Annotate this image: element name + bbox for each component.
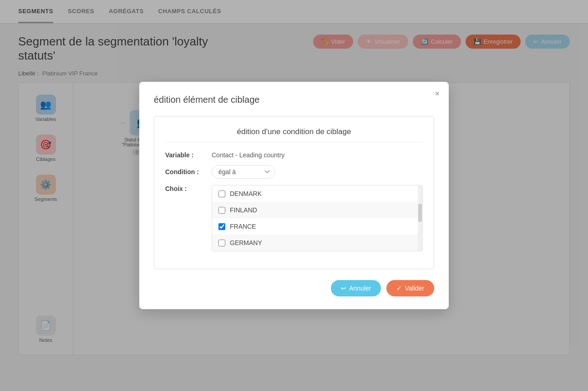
choice-label-france[interactable]: FRANCE [230, 223, 256, 230]
modal-title: édition élément de ciblage [154, 95, 434, 105]
modal: édition élément de ciblage × édition d'u… [139, 82, 449, 309]
variable-label: Variable : [165, 151, 206, 159]
choice-label-finland[interactable]: FINLAND [230, 206, 257, 214]
choix-label: Choix : [165, 185, 206, 192]
checkbox-finland[interactable] [218, 207, 225, 214]
choices-container[interactable]: DENMARK FINLAND FRANCE GERMANY [212, 185, 423, 251]
condition-label: Condition : [165, 168, 206, 175]
modal-inner: édition d'une condition de ciblage Varia… [154, 116, 434, 269]
variable-value: Contact - Leading country [212, 151, 284, 159]
checkbox-germany[interactable] [218, 240, 225, 246]
check-icon-modal: ✓ [396, 285, 402, 292]
choice-finland[interactable]: FINLAND [212, 202, 422, 218]
undo-icon-modal: ↩ [341, 285, 346, 292]
choice-label-germany[interactable]: GERMANY [230, 239, 262, 246]
modal-overlay[interactable]: édition élément de ciblage × édition d'u… [0, 0, 588, 391]
choix-row: Choix : DENMARK FINLAND FRAN [165, 185, 423, 251]
scrollbar-track [418, 185, 422, 251]
modal-annuler-button[interactable]: ↩ Annuler [331, 280, 381, 296]
variable-row: Variable : Contact - Leading country [165, 151, 423, 159]
checkbox-france[interactable] [218, 223, 225, 230]
choice-label-denmark[interactable]: DENMARK [230, 190, 262, 197]
choices-wrapper: DENMARK FINLAND FRANCE GERMANY [212, 185, 423, 251]
choice-germany[interactable]: GERMANY [212, 235, 422, 251]
condition-select[interactable]: égal à différent de contient ne contient… [212, 165, 275, 179]
modal-footer: ↩ Annuler ✓ Valider [154, 280, 434, 296]
modal-valider-button[interactable]: ✓ Valider [386, 280, 434, 296]
checkbox-denmark[interactable] [218, 190, 225, 197]
choice-denmark[interactable]: DENMARK [212, 185, 422, 202]
condition-row: Condition : égal à différent de contient… [165, 165, 423, 179]
modal-inner-title: édition d'une condition de ciblage [165, 127, 423, 142]
choice-france[interactable]: FRANCE [212, 218, 422, 235]
scrollbar-thumb [418, 204, 422, 222]
modal-close-button[interactable]: × [435, 89, 440, 99]
